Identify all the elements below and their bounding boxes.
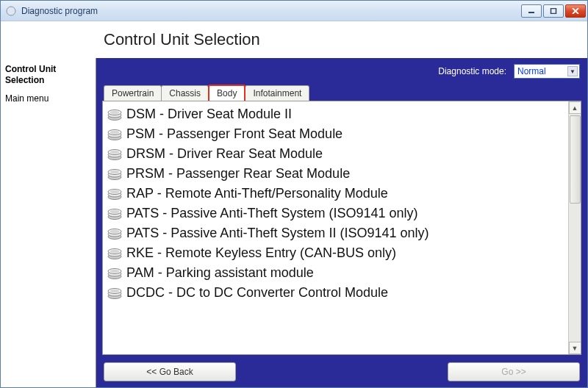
vertical-scrollbar[interactable]: ▲ ▼ [568,101,581,354]
module-row[interactable]: RAP - Remote Anti-Theft/Personality Modu… [106,184,568,204]
module-row[interactable]: PRSM - Passenger Rear Seat Module [106,164,568,184]
control-unit-icon [107,248,122,259]
scroll-down-button[interactable]: ▼ [569,342,581,354]
module-label: PATS - Passive Anti-Theft System (ISO914… [126,206,417,221]
close-button[interactable] [565,4,586,18]
svg-point-30 [110,229,120,232]
module-list-panel: DSM - Driver Seat Module IIPSM - Passeng… [102,101,581,355]
module-label: PRSM - Passenger Rear Seat Module [126,166,350,182]
module-label: DRSM - Driver Rear Seat Module [126,146,323,162]
tab-chassis[interactable]: Chassis [161,85,209,101]
tab-infotainment[interactable]: Infotainment [245,85,309,101]
module-label: PATS - Passive Anti-Theft System II (ISO… [126,226,429,241]
diagnostic-mode-row: Diagnostic mode: Normal ▼ [104,64,580,79]
svg-point-0 [7,7,15,15]
diagnostic-mode-label: Diagnostic mode: [438,66,506,76]
control-unit-icon [107,188,122,200]
app-icon [5,5,17,17]
module-row[interactable]: DRSM - Driver Rear Seat Module [106,144,568,164]
control-unit-icon [107,208,122,220]
scroll-up-button[interactable]: ▲ [569,101,581,114]
module-label: PAM - Parking assistant module [126,265,314,281]
module-row[interactable]: RKE - Remote Keyless Entry (CAN-BUS only… [106,243,568,263]
control-unit-icon [107,148,122,160]
sidebar-item-control-unit-selection[interactable]: Control Unit Selection [4,62,93,87]
svg-point-10 [110,130,120,133]
control-unit-icon [107,287,122,299]
content-panel: Diagnostic mode: Normal ▼ Powertrain Cha… [96,58,587,387]
scroll-thumb[interactable] [570,115,581,204]
module-label: RAP - Remote Anti-Theft/Personality Modu… [126,186,388,201]
go-button[interactable]: Go >> [448,362,580,381]
go-back-button[interactable]: << Go Back [104,362,236,381]
module-label: RKE - Remote Keyless Entry (CAN-BUS only… [126,245,396,261]
svg-rect-2 [551,8,556,13]
svg-point-42 [110,289,120,292]
svg-point-18 [110,170,120,173]
page-title: Control Unit Selection [1,21,587,58]
control-unit-icon [107,129,122,140]
control-unit-icon [107,109,122,121]
svg-point-26 [110,209,120,212]
sidebar: Control Unit Selection Main menu [1,58,96,387]
tab-body[interactable]: Body [208,85,245,101]
tab-powertrain[interactable]: Powertrain [104,85,162,101]
scroll-track[interactable] [569,114,581,342]
diagnostic-mode-value: Normal [517,66,546,76]
module-row[interactable]: PSM - Passenger Front Seat Module [106,124,568,144]
module-row[interactable]: PATS - Passive Anti-Theft System (ISO914… [106,204,568,223]
svg-point-34 [110,249,120,252]
module-row[interactable]: PAM - Parking assistant module [106,263,568,283]
svg-point-38 [110,269,120,272]
window-titlebar: Diagnostic program [1,1,587,21]
svg-point-6 [110,110,120,113]
module-list: DSM - Driver Seat Module IIPSM - Passeng… [103,101,568,354]
module-row[interactable]: DSM - Driver Seat Module II [106,104,568,124]
sidebar-item-main-menu[interactable]: Main menu [4,92,93,106]
module-label: DSM - Driver Seat Module II [126,107,292,122]
main-layout: Control Unit Selection Main menu Diagnos… [1,58,587,387]
control-unit-icon [107,267,122,279]
window-title: Diagnostic program [21,6,521,16]
module-label: DCDC - DC to DC Converter Control Module [126,285,388,301]
control-unit-icon [107,228,122,240]
window-controls [521,4,586,18]
svg-rect-1 [528,12,534,13]
maximize-button[interactable] [543,4,564,18]
module-row[interactable]: PATS - Passive Anti-Theft System II (ISO… [106,223,568,243]
tab-strip: Powertrain Chassis Body Infotainment [104,85,581,101]
chevron-down-icon: ▼ [567,66,578,76]
minimize-button[interactable] [521,4,542,18]
footer-buttons: << Go Back Go >> [102,355,581,383]
svg-point-22 [110,190,120,193]
diagnostic-mode-select[interactable]: Normal ▼ [514,64,580,79]
control-unit-icon [107,168,122,180]
svg-point-14 [110,150,120,153]
module-row[interactable]: DCDC - DC to DC Converter Control Module [106,283,568,303]
module-label: PSM - Passenger Front Seat Module [126,126,343,142]
